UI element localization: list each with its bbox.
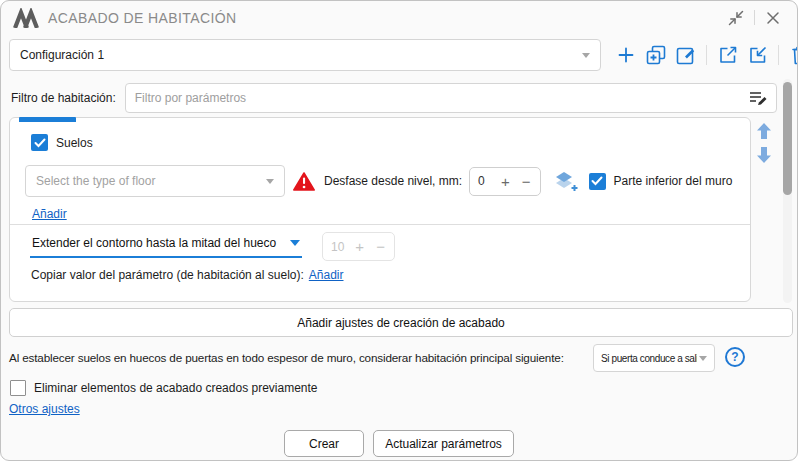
copy-parameter-add-link[interactable]: Añadir bbox=[309, 268, 344, 282]
create-button-label: Crear bbox=[309, 437, 339, 451]
create-button[interactable]: Crear bbox=[284, 430, 364, 457]
checkbox-checked-icon bbox=[31, 134, 48, 151]
checkbox-checked-icon bbox=[589, 173, 606, 190]
door-rule-select-value: Si puerta conduce a salida bbox=[601, 353, 697, 364]
update-parameters-button[interactable]: Actualizar parámetros bbox=[373, 430, 514, 457]
floor-type-placeholder: Select the type of floor bbox=[36, 174, 155, 188]
delete-config-button[interactable] bbox=[787, 43, 798, 68]
plus-icon bbox=[616, 45, 636, 65]
floors-panel: Suelos Select the type of floor Desfase … bbox=[9, 117, 751, 302]
filter-row: Filtro de habitación: bbox=[11, 83, 777, 113]
arrow-down-icon bbox=[756, 146, 772, 164]
contour-value: 10 bbox=[331, 240, 344, 254]
room-filter-label: Filtro de habitación: bbox=[11, 91, 116, 105]
add-settings-button-label: Añadir ajustes de creación de acabado bbox=[297, 316, 504, 330]
floors-checkbox-label: Suelos bbox=[56, 136, 93, 150]
warning-icon bbox=[293, 172, 315, 191]
bottom-of-wall-checkbox[interactable]: Parte inferior del muro bbox=[589, 173, 733, 190]
edit-filter-button[interactable] bbox=[746, 88, 770, 108]
configuration-row: Configuración 1 bbox=[9, 39, 798, 71]
arrow-up-icon bbox=[756, 122, 772, 140]
list-edit-icon bbox=[748, 89, 768, 107]
contour-spinner: 10 + − bbox=[322, 232, 395, 261]
contour-select-value: Extender el contorno hasta la mitad del … bbox=[32, 236, 276, 250]
import-config-button[interactable] bbox=[745, 43, 770, 68]
titlebar-divider bbox=[754, 10, 755, 25]
export-config-button[interactable] bbox=[715, 43, 740, 68]
configuration-toolbar bbox=[613, 43, 798, 68]
offset-increase-button[interactable]: + bbox=[500, 174, 511, 189]
panel-divider bbox=[10, 224, 750, 225]
add-floor-link[interactable]: Añadir bbox=[32, 207, 67, 221]
close-icon bbox=[765, 10, 781, 26]
configuration-select[interactable]: Configuración 1 bbox=[9, 39, 601, 71]
trash-icon bbox=[790, 44, 799, 66]
chevron-down-icon bbox=[266, 179, 274, 184]
contour-decrease-button[interactable]: − bbox=[375, 239, 386, 254]
copy-parameter-row: Copiar valor del parámetro (de habitació… bbox=[31, 268, 344, 282]
layers-plus-icon bbox=[553, 170, 579, 193]
floors-checkbox[interactable]: Suelos bbox=[31, 134, 93, 151]
remove-existing-label: Eliminar elementos de acabado creados pr… bbox=[34, 381, 318, 395]
duplicate-config-button[interactable] bbox=[643, 43, 668, 68]
contour-increase-button[interactable]: + bbox=[354, 239, 365, 254]
collapse-icon bbox=[727, 9, 745, 27]
import-icon bbox=[747, 44, 769, 66]
checkbox-unchecked-icon bbox=[10, 380, 26, 396]
other-settings-link[interactable]: Otros ajustes bbox=[9, 402, 80, 416]
door-rule-row: Al establecer suelos en huecos de puerta… bbox=[9, 343, 789, 373]
modplus-logo-icon bbox=[13, 8, 39, 28]
duplicate-icon bbox=[645, 44, 667, 66]
close-button[interactable] bbox=[761, 6, 785, 30]
export-icon bbox=[717, 44, 739, 66]
door-rule-select[interactable]: Si puerta conduce a salida bbox=[593, 344, 715, 372]
move-up-button[interactable] bbox=[756, 122, 772, 140]
edit-config-button[interactable] bbox=[673, 43, 698, 68]
copy-floor-settings-button[interactable] bbox=[553, 170, 579, 193]
contour-row: Extender el contorno hasta la mitad del … bbox=[30, 232, 395, 261]
chevron-down-icon bbox=[582, 53, 590, 58]
scrollbar-track bbox=[783, 79, 792, 303]
footer: Crear Actualizar parámetros bbox=[1, 430, 797, 457]
door-rule-label: Al establecer suelos en huecos de puerta… bbox=[9, 351, 564, 364]
active-tab-indicator bbox=[19, 117, 76, 122]
window-title: ACABADO DE HABITACIÓN bbox=[48, 10, 724, 26]
chevron-down-icon bbox=[699, 356, 707, 361]
bottom-of-wall-label: Parte inferior del muro bbox=[614, 174, 733, 188]
floor-type-select[interactable]: Select the type of floor bbox=[25, 165, 285, 197]
help-button[interactable]: ? bbox=[725, 347, 745, 367]
toolbar-divider bbox=[778, 45, 779, 65]
offset-label: Desfase desde nivel, mm: bbox=[324, 174, 462, 188]
room-filter-input[interactable] bbox=[125, 83, 777, 113]
title-bar: ACABADO DE HABITACIÓN bbox=[1, 1, 797, 34]
contour-select[interactable]: Extender el contorno hasta la mitad del … bbox=[30, 232, 302, 258]
remove-existing-checkbox[interactable]: Eliminar elementos de acabado creados pr… bbox=[10, 380, 318, 396]
edit-icon bbox=[675, 44, 697, 66]
question-icon: ? bbox=[731, 350, 738, 364]
app-window: ACABADO DE HABITACIÓN Configuración 1 bbox=[0, 0, 798, 461]
collapse-button[interactable] bbox=[724, 6, 748, 30]
toolbar-divider bbox=[706, 45, 707, 65]
offset-decrease-button[interactable]: − bbox=[521, 174, 532, 189]
scrollbar-thumb[interactable] bbox=[783, 82, 792, 195]
configuration-select-value: Configuración 1 bbox=[20, 48, 104, 62]
add-config-button[interactable] bbox=[613, 43, 638, 68]
chevron-down-icon bbox=[290, 240, 300, 246]
move-controls bbox=[756, 122, 772, 164]
copy-parameter-label: Copiar valor del parámetro (de habitació… bbox=[31, 268, 304, 282]
add-settings-button[interactable]: Añadir ajustes de creación de acabado bbox=[9, 308, 793, 337]
offset-spinner: 0 + − bbox=[469, 167, 541, 196]
move-down-button[interactable] bbox=[756, 146, 772, 164]
floor-type-row: Select the type of floor Desfase desde n… bbox=[25, 165, 740, 197]
offset-value: 0 bbox=[478, 174, 490, 188]
update-parameters-button-label: Actualizar parámetros bbox=[385, 437, 502, 451]
